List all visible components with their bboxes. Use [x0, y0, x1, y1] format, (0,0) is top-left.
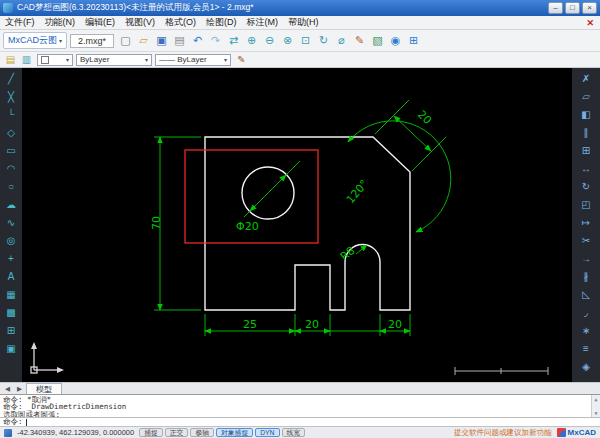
draw-hatch-icon[interactable]: ▦: [3, 286, 19, 302]
view-3d-icon[interactable]: ◈: [577, 358, 595, 374]
modify-copy-icon[interactable]: ▱: [577, 88, 595, 104]
draw-text-icon[interactable]: A: [3, 268, 19, 284]
dimension-lines[interactable]: [154, 100, 451, 336]
draw-polygon-icon[interactable]: ◇: [3, 124, 19, 140]
toggle-snap[interactable]: 捕捉: [139, 428, 163, 437]
zoom-out-icon[interactable]: ⊖: [261, 32, 278, 49]
modify-break-icon[interactable]: ∦: [577, 268, 595, 284]
minimize-button[interactable]: –: [548, 2, 563, 14]
draw-region-icon[interactable]: ▩: [3, 304, 19, 320]
zoom-window-icon[interactable]: ⊡: [297, 32, 314, 49]
feedback-link[interactable]: 提交软件问题或建议加新功能: [454, 428, 552, 438]
modify-erase-icon[interactable]: ✗: [577, 70, 595, 86]
command-input[interactable]: 命令:: [0, 417, 600, 426]
modify-explode-icon[interactable]: ∗: [577, 322, 595, 338]
toggle-lineweight[interactable]: 线宽: [282, 428, 306, 437]
menu-help[interactable]: 帮助(H): [283, 16, 324, 29]
draw-polyline-icon[interactable]: └: [3, 106, 19, 122]
pan-icon[interactable]: ⇄: [225, 32, 242, 49]
image-icon[interactable]: ▧: [369, 32, 386, 49]
modify-scale-icon[interactable]: ◰: [577, 196, 595, 212]
menu-dimension[interactable]: 标注(M): [242, 16, 284, 29]
maximize-button[interactable]: □: [565, 2, 580, 14]
save-icon[interactable]: ▣: [153, 32, 170, 49]
modify-move-icon[interactable]: ↔: [577, 160, 595, 176]
modify-trim-icon[interactable]: ✂: [577, 232, 595, 248]
modify-fillet-icon[interactable]: ◞: [577, 304, 595, 320]
menu-edit[interactable]: 编辑(E): [80, 16, 120, 29]
toggle-dyn[interactable]: DYN: [255, 428, 279, 437]
match-properties-icon[interactable]: ✎: [234, 53, 249, 67]
window-controls: – □ ×: [548, 2, 597, 14]
redo-icon[interactable]: ↷: [207, 32, 224, 49]
toggle-polar[interactable]: 极轴: [190, 428, 214, 437]
draw-xline-icon[interactable]: ╳: [3, 88, 19, 104]
open-file-icon[interactable]: ▱: [135, 32, 152, 49]
linetype-dropdown[interactable]: ByLayer ▾: [76, 54, 152, 66]
modify-chamfer-icon[interactable]: ◺: [577, 286, 595, 302]
modify-rotate-icon[interactable]: ↻: [577, 178, 595, 194]
toggle-osnap[interactable]: 对象捕捉: [216, 428, 253, 437]
close-button[interactable]: ×: [582, 2, 597, 14]
mxcad-brand-label: MxCAD: [568, 428, 596, 437]
command-scrollbar[interactable]: ▲ ▼: [591, 395, 600, 417]
draw-revcloud-icon[interactable]: ☁: [3, 196, 19, 212]
document-close-icon[interactable]: ✕: [580, 18, 600, 28]
scroll-down-icon[interactable]: ▼: [594, 410, 597, 416]
scroll-up-icon[interactable]: ▲: [594, 396, 597, 402]
chevron-down-icon: ▾: [66, 56, 69, 63]
chevron-down-icon: ▾: [224, 56, 227, 63]
menu-view[interactable]: 视图(V): [120, 16, 160, 29]
draw-spline-icon[interactable]: ∿: [3, 214, 19, 230]
menu-format[interactable]: 格式(O): [160, 16, 201, 29]
dimension-labels[interactable]: 70 25 20 20 20 120° R8 Φ20: [150, 108, 434, 331]
draw-table-icon[interactable]: ⊞: [3, 322, 19, 338]
mxcad-cloud-tab[interactable]: MxCAD云图 ▾: [3, 32, 67, 49]
titlebar[interactable]: CAD梦想画图(6.3.20230113)<未注册的试用版,会员1> - 2.m…: [0, 0, 600, 16]
toggle-ortho[interactable]: 正交: [165, 428, 189, 437]
command-area[interactable]: 命令: *取消*命令: _DrawDimetricDimension选取圆或者圆…: [0, 394, 600, 426]
zoom-in-icon[interactable]: ⊕: [243, 32, 260, 49]
document-tab[interactable]: 2.mxg*: [70, 34, 114, 48]
measure-icon[interactable]: ⌀: [333, 32, 350, 49]
text-cursor: [26, 419, 27, 426]
modify-toolbar: ✗▱◧∥⊞↔↻◰↦✂→∦◺◞∗≡◈: [572, 68, 600, 382]
drawing-canvas[interactable]: 70 25 20 20 20 120° R8 Φ20: [22, 68, 572, 382]
command-history[interactable]: 命令: *取消*命令: _DrawDimetricDimension选取圆或者圆…: [0, 395, 600, 417]
table-icon[interactable]: ⊞: [405, 32, 422, 49]
draw-arc-icon[interactable]: ◠: [3, 160, 19, 176]
new-file-icon[interactable]: ▢: [117, 32, 134, 49]
draw-rectangle-icon[interactable]: ▭: [3, 142, 19, 158]
regen-icon[interactable]: ↻: [315, 32, 332, 49]
draw-line-icon[interactable]: ╱: [3, 70, 19, 86]
draw-ellipse-icon[interactable]: ◎: [3, 232, 19, 248]
plot-icon[interactable]: ▤: [171, 32, 188, 49]
cad-drawing[interactable]: 70 25 20 20 20 120° R8 Φ20: [22, 68, 572, 382]
layer-properties-icon[interactable]: ▤: [3, 53, 18, 67]
draw-block-icon[interactable]: ▣: [3, 340, 19, 356]
modify-array-icon[interactable]: ⊞: [577, 142, 595, 158]
modify-extend-icon[interactable]: →: [577, 250, 595, 266]
menu-file[interactable]: 文件(F): [0, 16, 40, 29]
main-toolbar: MxCAD云图 ▾ 2.mxg* ▢▱▣▤↶↷⇄⊕⊖⊗⊡↻⌀✎▧◉⊞: [0, 30, 600, 52]
edit-icon[interactable]: ✎: [351, 32, 368, 49]
tab-next-button[interactable]: ▶: [14, 383, 25, 394]
mxcad-cloud-label: MxCAD云图: [8, 34, 57, 47]
menu-draw[interactable]: 绘图(D): [201, 16, 242, 29]
tab-model[interactable]: 模型: [26, 383, 62, 394]
color-dropdown[interactable]: ▾: [37, 54, 73, 66]
modify-mirror-icon[interactable]: ◧: [577, 106, 595, 122]
zoom-extents-icon[interactable]: ⊗: [279, 32, 296, 49]
modify-offset-icon[interactable]: ∥: [577, 124, 595, 140]
layer-states-icon[interactable]: ▥: [19, 53, 34, 67]
draw-point-icon[interactable]: +: [3, 250, 19, 266]
draw-circle-icon[interactable]: ○: [3, 178, 19, 194]
web-icon[interactable]: ◉: [387, 32, 404, 49]
status-app-icon[interactable]: [4, 429, 12, 437]
modify-properties-icon[interactable]: ≡: [577, 340, 595, 356]
tab-prev-button[interactable]: ◀: [2, 383, 13, 394]
menu-function[interactable]: 功能(N): [40, 16, 81, 29]
lineweight-dropdown[interactable]: —— ByLayer ▾: [155, 54, 231, 66]
modify-stretch-icon[interactable]: ↦: [577, 214, 595, 230]
undo-icon[interactable]: ↶: [189, 32, 206, 49]
